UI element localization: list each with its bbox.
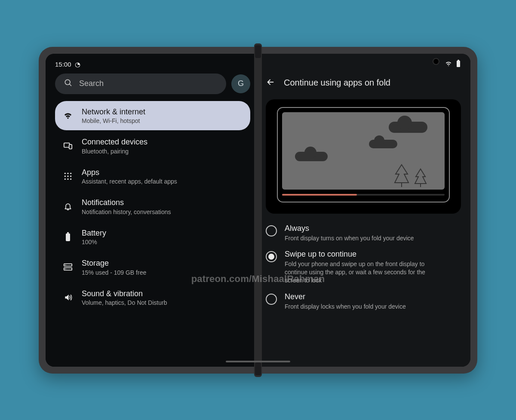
settings-item-subtitle: Bluetooth, pairing [82,148,147,155]
svg-point-6 [70,172,71,174]
camera-hole [433,59,439,64]
svg-rect-3 [69,145,72,149]
device-frame: 15:00 ◔ Search G [39,47,477,374]
back-button[interactable] [266,77,275,89]
option-never[interactable]: Never Front display locks when you fold … [266,292,461,311]
fold-options: Always Front display turns on when you f… [266,224,461,311]
svg-rect-2 [64,143,70,147]
svg-rect-19 [457,61,460,67]
bell-icon [63,201,73,212]
svg-rect-16 [64,268,72,270]
search-icon [64,78,72,89]
settings-item-subtitle: Notification history, conversations [82,208,171,215]
search-placeholder: Search [79,79,104,88]
settings-item-subtitle: Mobile, Wi-Fi, hotspot [82,117,145,124]
settings-item-battery[interactable]: Battery 100% [55,222,250,252]
cloud-icon [369,140,397,148]
clock-icon: ◔ [75,61,80,68]
settings-item-title: Sound & vibration [82,289,167,299]
avatar-initial: G [238,79,244,88]
svg-point-12 [70,178,71,180]
option-desc: Front display turns on when you fold you… [285,234,414,242]
option-title: Never [285,292,406,301]
svg-point-18 [65,269,66,270]
profile-avatar[interactable]: G [231,74,250,93]
svg-rect-20 [458,60,459,61]
radio-icon [266,294,277,305]
svg-point-9 [70,175,71,177]
wifi-icon [63,110,73,121]
svg-point-7 [64,175,66,177]
svg-line-1 [70,84,71,86]
tree-icon [414,168,427,187]
svg-point-4 [64,172,66,174]
option-always[interactable]: Always Front display turns on when you f… [266,224,461,242]
svg-point-10 [64,178,66,180]
option-desc: Front display locks when you fold your d… [285,303,406,311]
svg-point-5 [67,172,68,174]
svg-rect-14 [67,232,69,233]
option-title: Swipe up to continue [285,250,439,259]
svg-point-17 [65,265,66,266]
option-title: Always [285,224,414,233]
settings-item-title: Storage [82,258,146,268]
volume-icon [63,292,73,303]
settings-item-storage[interactable]: Storage 15% used - 109 GB free [55,252,250,282]
radio-icon [266,251,277,262]
status-bar-right [266,60,461,69]
page-title: Continue using apps on fold [284,78,390,88]
settings-item-subtitle: Assistant, recent apps, default apps [82,178,177,185]
settings-item-subtitle: 15% used - 109 GB free [82,269,146,276]
radio-icon [266,225,277,236]
settings-item-title: Apps [82,168,177,178]
settings-detail-pane: Continue using apps on fold [258,54,470,367]
svg-point-8 [67,175,68,177]
settings-item-subtitle: Volume, haptics, Do Not Disturb [82,299,167,306]
settings-item-notifications[interactable]: Notifications Notification history, conv… [55,192,250,221]
cloud-icon [295,152,328,161]
settings-item-connected[interactable]: Connected devices Bluetooth, pairing [55,131,250,161]
settings-item-network[interactable]: Network & internet Mobile, Wi-Fi, hotspo… [55,101,250,131]
option-desc: Fold your phone and swipe up on the fron… [285,260,439,285]
screen: 15:00 ◔ Search G [46,54,470,367]
settings-item-title: Battery [82,228,106,238]
nav-handle[interactable] [226,361,290,362]
settings-item-apps[interactable]: Apps Assistant, recent apps, default app… [55,162,250,191]
status-bar: 15:00 ◔ [55,60,250,69]
storage-icon [63,262,73,272]
settings-item-subtitle: 100% [82,239,106,245]
battery-icon [456,60,461,69]
wifi-icon [445,60,452,69]
cloud-icon [389,122,427,133]
devices-icon [63,141,73,151]
illustration-card [266,99,461,214]
settings-list-pane: 15:00 ◔ Search G [46,54,258,367]
tree-icon [393,164,410,187]
settings-item-title: Notifications [82,198,171,208]
settings-item-title: Connected devices [82,137,147,147]
illustration-progress [282,194,445,196]
settings-item-title: Network & internet [82,107,145,117]
battery-icon [63,232,73,242]
search-input[interactable]: Search [55,74,226,94]
svg-rect-15 [64,264,72,267]
settings-list: Network & internet Mobile, Wi-Fi, hotspo… [55,101,250,313]
svg-point-11 [67,178,68,180]
option-swipe[interactable]: Swipe up to continue Fold your phone and… [266,250,461,285]
svg-rect-13 [66,233,70,241]
status-time: 15:00 [55,61,71,68]
settings-item-sound[interactable]: Sound & vibration Volume, haptics, Do No… [55,283,250,313]
apps-icon [63,171,73,181]
foldable-illustration [277,107,450,202]
